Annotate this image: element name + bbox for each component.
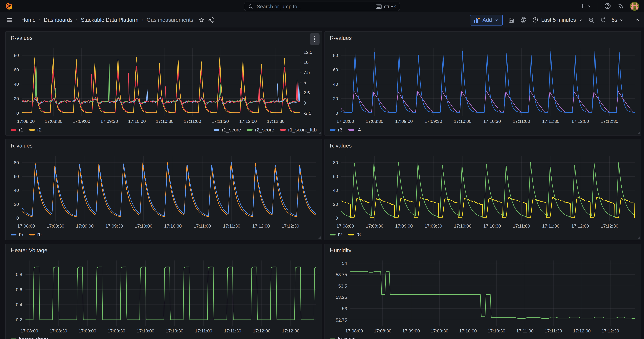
legend-swatch [247, 129, 252, 131]
share-button[interactable] [208, 16, 214, 23]
x-axis-label: 17:09:00 [72, 119, 90, 124]
panel-title[interactable]: R-values [330, 35, 352, 41]
x-axis-label: 17:12:00 [253, 328, 270, 334]
y-axis-label: 54 [342, 261, 347, 266]
x-axis-label: 17:11:30 [542, 224, 560, 228]
panel-r-values-1: R-values02040608017:08:0017:08:3017:09:0… [324, 31, 641, 136]
y-axis-label: 0 [336, 110, 338, 116]
dashboard-toolbar: Home › Dashboards › Stackable Data Platf… [0, 12, 644, 28]
panel-header: R-values [6, 32, 322, 44]
x-axis-label: 17:08:30 [50, 328, 67, 334]
legend-swatch [214, 129, 220, 131]
legend-item-r1_score[interactable]: r1_score [214, 127, 241, 133]
legend-item-r7[interactable]: r7 [330, 232, 342, 238]
help-button[interactable] [604, 2, 611, 9]
x-axis-label: 17:11:00 [516, 328, 534, 334]
mega-menu-button[interactable] [6, 16, 13, 23]
refresh-interval-picker[interactable]: 5s [612, 17, 624, 23]
legend-item-r6[interactable]: r6 [29, 232, 42, 238]
series-line-heatervoltage [26, 267, 316, 320]
legend-item-r1[interactable]: r1 [11, 127, 23, 133]
panel-title[interactable]: R-values [11, 142, 32, 148]
star-icon [198, 16, 205, 23]
user-avatar[interactable] [630, 2, 639, 10]
panel-header: R-values [325, 32, 641, 44]
favorite-button[interactable] [198, 16, 205, 23]
x-axis-label: 17:09:30 [106, 224, 123, 228]
time-range-label: Last 5 minutes [541, 17, 576, 23]
legend-swatch [29, 234, 35, 236]
legend-swatch [11, 129, 16, 131]
search-shortcut: ctrl+k [376, 4, 396, 9]
x-axis-label: 17:11:30 [545, 328, 562, 334]
x-axis-label: 17:12:30 [601, 224, 618, 228]
collapse-toolbar-button[interactable] [634, 17, 640, 22]
legend-item-r1_score_lttb[interactable]: r1_score_lttb [280, 127, 317, 133]
legend-swatch [11, 234, 16, 236]
y-axis-label: 0.6 [16, 287, 22, 292]
time-range-picker[interactable]: Last 5 minutes [532, 17, 583, 23]
legend-item-humidity[interactable]: humidity [330, 336, 356, 339]
x-axis-label: 17:11:00 [184, 119, 201, 124]
y-axis-label: 0 [16, 216, 19, 221]
breadcrumb-dashboards[interactable]: Dashboards [44, 17, 72, 23]
x-axis-label: 17:10:30 [483, 224, 501, 228]
y-axis-label: 80 [333, 160, 338, 165]
divider [598, 2, 598, 10]
panel-title[interactable]: Heater Voltage [11, 247, 48, 253]
x-axis-label: 17:11:00 [513, 119, 530, 124]
legend-item-r4[interactable]: r4 [348, 127, 361, 133]
breadcrumb-current-dashboard: Gas measurements [146, 17, 193, 23]
x-axis-label: 17:09:00 [395, 119, 413, 124]
legend-item-heatervoltage[interactable]: heatervoltage [11, 336, 49, 339]
panel-legend: r5r6 [6, 230, 322, 240]
right-y-axis-label: 10 [304, 60, 308, 65]
search-input[interactable]: Search or jump to... ctrl+k [244, 2, 400, 11]
y-axis-label: 0.8 [16, 272, 22, 277]
breadcrumb-separator: › [76, 17, 78, 23]
legend-label: heatervoltage [19, 336, 49, 339]
news-button[interactable] [617, 2, 624, 9]
time-series-chart[interactable]: 52.755353.2553.553.755417:08:0017:08:301… [325, 256, 641, 335]
y-axis-label: 0 [336, 216, 338, 221]
panel-legend: r1r2r1_scorer2_scorer1_score_lttb [6, 125, 322, 135]
panel-heater-voltage-4: Heater Voltage0.20.40.60.817:08:0017:08:… [5, 244, 322, 339]
legend-item-r5[interactable]: r5 [11, 232, 23, 238]
x-axis-label: 17:09:30 [424, 119, 442, 124]
x-axis-label: 17:10:00 [454, 224, 472, 228]
add-button[interactable]: Add [470, 15, 502, 25]
y-axis-label: 52.75 [336, 318, 347, 322]
refresh-icon [600, 17, 606, 23]
time-series-chart[interactable]: 02040608017:08:0017:08:3017:09:0017:09:3… [325, 152, 641, 230]
new-button[interactable] [580, 3, 592, 9]
time-series-chart[interactable]: 020406080-2.502.557.51012.517:08:0017:08… [6, 44, 322, 126]
panel-title[interactable]: R-values [11, 35, 32, 41]
legend-label: r2_score [255, 127, 274, 133]
x-axis-label: 17:10:30 [483, 119, 501, 124]
breadcrumb-home[interactable]: Home [22, 17, 36, 23]
panel-title[interactable]: Humidity [330, 247, 351, 253]
legend-item-r2_score[interactable]: r2_score [247, 127, 274, 133]
panel-grid: R-values020406080-2.502.557.51012.517:08… [0, 28, 644, 339]
panel-menu-button[interactable] [310, 33, 320, 45]
refresh-button[interactable] [600, 17, 606, 23]
zoom-out-button[interactable] [588, 16, 595, 23]
time-series-chart[interactable]: 02040608017:08:0017:08:3017:09:0017:09:3… [6, 152, 322, 230]
legend-label: r1 [19, 127, 23, 133]
grafana-logo-icon[interactable] [5, 2, 13, 10]
x-axis-label: 17:09:30 [108, 328, 125, 334]
x-axis-label: 17:08:00 [17, 224, 35, 228]
legend-label: r3 [338, 127, 342, 133]
panel-title[interactable]: R-values [330, 142, 352, 148]
x-axis-label: 17:10:00 [454, 119, 472, 124]
legend-item-r3[interactable]: r3 [330, 127, 342, 133]
breadcrumb-folder[interactable]: Stackable Data Platform [81, 17, 138, 23]
time-series-chart[interactable]: 0.20.40.60.817:08:0017:08:3017:09:0017:0… [6, 256, 322, 335]
dashboard-settings-button[interactable] [520, 16, 527, 23]
panel-r-values-2: R-values02040608017:08:0017:08:3017:09:0… [5, 139, 322, 240]
legend-item-r8[interactable]: r8 [348, 232, 361, 238]
save-dashboard-button[interactable] [508, 16, 514, 23]
legend-item-r2[interactable]: r2 [29, 127, 42, 133]
time-series-chart[interactable]: 02040608017:08:0017:08:3017:09:0017:09:3… [325, 44, 641, 126]
x-axis-label: 17:12:00 [572, 224, 589, 228]
